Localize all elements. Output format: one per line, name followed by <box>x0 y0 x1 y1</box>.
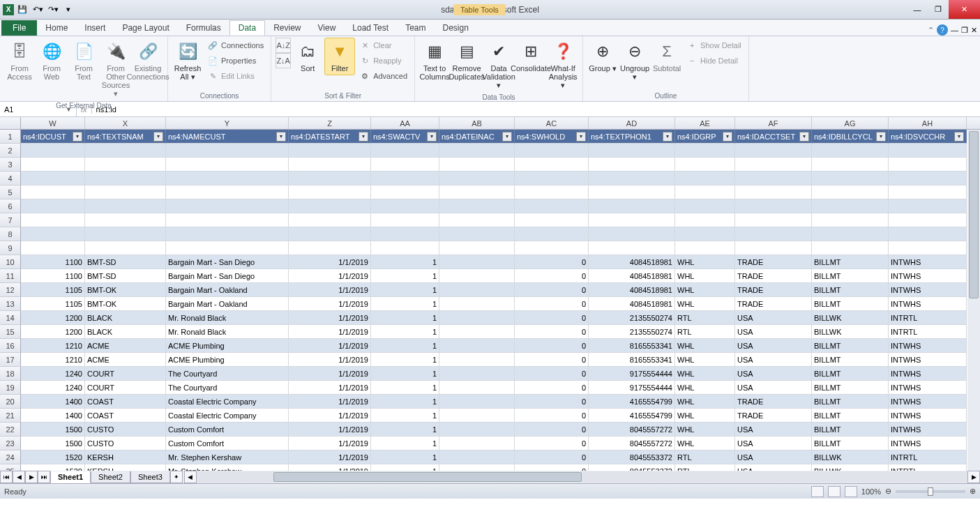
cell[interactable] <box>675 199 735 213</box>
cell[interactable] <box>439 283 515 297</box>
cell[interactable]: 9175554444 <box>589 367 675 381</box>
cell[interactable]: BILLMT <box>812 283 889 297</box>
cell[interactable] <box>589 199 675 213</box>
cell[interactable] <box>735 185 812 199</box>
cell[interactable] <box>289 144 371 158</box>
cell[interactable] <box>675 241 735 255</box>
sheet-tab-sheet3[interactable]: Sheet3 <box>130 471 170 483</box>
table-header-cell[interactable]: ns4:IDSVCCHR▾ <box>889 130 967 144</box>
cell[interactable]: KERSH <box>85 450 166 464</box>
cell[interactable]: BILLWK <box>812 450 889 464</box>
cell[interactable] <box>439 213 515 227</box>
cell[interactable]: CUSTO <box>85 437 166 450</box>
cell[interactable]: 1 <box>371 283 439 297</box>
cell[interactable] <box>439 255 515 269</box>
sort-desc-button[interactable]: Z↓A <box>276 53 291 68</box>
table-header-cell[interactable]: ns4:TEXTSNAM▾ <box>85 130 166 144</box>
cell[interactable]: WHL <box>675 353 735 367</box>
cell[interactable] <box>889 144 967 158</box>
cell[interactable]: 1/1/2019 <box>289 367 371 381</box>
table-header-cell[interactable]: ns4:IDBILLCYCL▾ <box>812 130 889 144</box>
row-header-16[interactable]: 16 <box>0 339 21 353</box>
cell[interactable]: 1/1/2019 <box>289 283 371 297</box>
cell[interactable]: BMT-SD <box>85 269 166 283</box>
cell[interactable]: 0 <box>515 395 589 409</box>
cell[interactable] <box>439 423 515 437</box>
row-header-10[interactable]: 10 <box>0 255 21 269</box>
window-restore[interactable]: ❐ <box>928 0 949 19</box>
cell[interactable] <box>85 172 166 185</box>
filter-dropdown-icon[interactable]: ▾ <box>799 132 809 142</box>
cell[interactable]: 1100 <box>21 269 85 283</box>
cell[interactable]: 0 <box>515 353 589 367</box>
cell[interactable] <box>515 241 589 255</box>
cell[interactable] <box>735 241 812 255</box>
tab-home[interactable]: Home <box>37 20 76 36</box>
cell[interactable] <box>371 241 439 255</box>
cell[interactable]: RTL <box>675 311 735 325</box>
cell[interactable] <box>439 185 515 199</box>
cell[interactable] <box>439 353 515 367</box>
cell[interactable]: INTWHS <box>889 367 967 381</box>
row-header-13[interactable]: 13 <box>0 297 21 311</box>
filter-dropdown-icon[interactable]: ▾ <box>359 132 368 142</box>
properties-button[interactable]: 📄Properties <box>204 53 266 68</box>
cell[interactable] <box>289 158 371 172</box>
cell[interactable] <box>589 227 675 241</box>
cell[interactable]: Bargain Mart - San Diego <box>166 269 289 283</box>
cell[interactable]: BMT-OK <box>85 283 166 297</box>
row-header-9[interactable]: 9 <box>0 241 21 255</box>
cell[interactable]: WHL <box>675 339 735 353</box>
cell[interactable]: Bargain Mart - San Diego <box>166 255 289 269</box>
cell[interactable]: WHL <box>675 269 735 283</box>
filter-dropdown-icon[interactable]: ▾ <box>502 132 512 142</box>
cell[interactable]: 1/1/2019 <box>289 255 371 269</box>
cell[interactable]: Mr. Ronald Black <box>166 325 289 339</box>
what-if-button[interactable]: ❓What-If Analysis ▾ <box>548 38 578 92</box>
cell[interactable] <box>289 185 371 199</box>
cell[interactable] <box>289 213 371 227</box>
cell[interactable]: BILLMT <box>812 437 889 450</box>
cell[interactable] <box>675 158 735 172</box>
cell[interactable] <box>439 450 515 464</box>
cell[interactable]: The Courtyard <box>166 367 289 381</box>
cell[interactable]: 0 <box>515 437 589 450</box>
zoom-slider[interactable] <box>896 490 965 493</box>
row-header-8[interactable]: 8 <box>0 227 21 241</box>
cell[interactable]: USA <box>735 353 812 367</box>
filter-dropdown-icon[interactable]: ▾ <box>876 132 886 142</box>
zoom-in[interactable]: ⊕ <box>970 487 976 496</box>
cell[interactable]: INTRTL <box>889 311 967 325</box>
cell[interactable] <box>675 227 735 241</box>
filter-dropdown-icon[interactable]: ▾ <box>576 132 586 142</box>
cell[interactable]: WHL <box>675 395 735 409</box>
cell[interactable]: ACME <box>85 353 166 367</box>
cell[interactable] <box>166 158 289 172</box>
zoom-level[interactable]: 100% <box>861 487 881 496</box>
cell[interactable] <box>735 158 812 172</box>
filter-button[interactable]: ▼ Filter <box>324 38 355 75</box>
row-header-1[interactable]: 1 <box>0 130 21 144</box>
cell[interactable]: Mr. Ronald Black <box>166 311 289 325</box>
cell[interactable]: TRADE <box>735 297 812 311</box>
cell[interactable] <box>289 172 371 185</box>
cell[interactable] <box>812 185 889 199</box>
cell[interactable] <box>166 241 289 255</box>
cell[interactable] <box>439 172 515 185</box>
select-all-corner[interactable] <box>0 117 21 129</box>
tab-load-test[interactable]: Load Test <box>344 20 397 36</box>
ungroup-button[interactable]: ⊖Ungroup ▾ <box>619 38 650 84</box>
cell[interactable] <box>439 339 515 353</box>
cell[interactable]: 1520 <box>21 450 85 464</box>
subtotal-button[interactable]: ΣSubtotal <box>651 38 682 75</box>
zoom-out[interactable]: ⊖ <box>885 487 891 496</box>
row-header-24[interactable]: 24 <box>0 450 21 464</box>
cell[interactable]: BILLMT <box>812 367 889 381</box>
sheet-tab-sheet2[interactable]: Sheet2 <box>91 471 130 483</box>
cell[interactable] <box>515 213 589 227</box>
cell[interactable]: BILLMT <box>812 381 889 395</box>
row-header-19[interactable]: 19 <box>0 381 21 395</box>
row-header-11[interactable]: 11 <box>0 269 21 283</box>
cell[interactable]: INTWHS <box>889 409 967 423</box>
cell[interactable] <box>21 144 85 158</box>
